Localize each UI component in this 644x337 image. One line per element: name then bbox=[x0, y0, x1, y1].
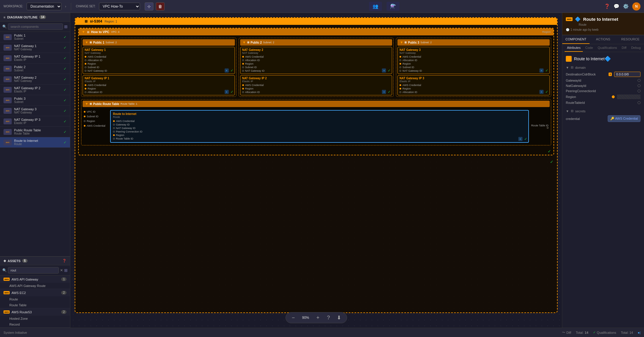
assets-help-icon[interactable]: ❓ bbox=[62, 259, 66, 263]
check-icon: ✓ bbox=[64, 109, 66, 113]
asset-group-ec2-header[interactable]: aws AWS EC2 2 bbox=[0, 289, 70, 296]
rp-subtab-debug[interactable]: Debug bbox=[629, 44, 643, 52]
route-region: Region bbox=[113, 133, 526, 137]
settings-icon[interactable]: ⚙️ bbox=[623, 4, 629, 9]
route-icon: aws bbox=[4, 140, 12, 145]
outline-item-text: Public Route Table Route Table bbox=[14, 128, 61, 135]
rp-tab-resource[interactable]: RESOURCE bbox=[617, 35, 644, 44]
outline-item-natgw3[interactable]: aws NAT Gateway 3 NAT Gateway ✓ bbox=[0, 106, 70, 116]
outline-item-text: Public 2 Subnet bbox=[14, 65, 61, 72]
outline-search-input[interactable] bbox=[8, 23, 63, 30]
group-count: 2 bbox=[61, 310, 66, 314]
outline-item-public3[interactable]: aws Public 3 Subnet ✓ bbox=[0, 95, 70, 106]
natip1-box[interactable]: NAT Gateway IP 1 Elastic IP AWS Credenti… bbox=[83, 75, 235, 95]
outline-item-public2[interactable]: aws Public 2 Subnet ✓ bbox=[0, 63, 70, 74]
natgw3-natid: NAT Gateway ID bbox=[399, 69, 548, 73]
asset-group-apigateway-header[interactable]: aws AWS API Gateway 1 bbox=[0, 276, 70, 283]
wave-icon: 〜 bbox=[562, 330, 565, 335]
right-panel: aws 🔷 Route to Internet Route 🕐 1 minute… bbox=[562, 13, 644, 328]
si-container: ▼ ⊞ si-S304 Region: 1 ▼ ⊞ How to VPC VPC… bbox=[75, 17, 558, 313]
subnet2-collapse[interactable]: ▼ bbox=[242, 40, 246, 44]
elasticip-icon: aws bbox=[4, 118, 12, 124]
rp-subtab-diff[interactable]: Diff bbox=[619, 44, 629, 52]
natgw3-box[interactable]: NAT Gateway 3 NAT Gateway AWS Credential… bbox=[397, 47, 550, 74]
assets-search-input[interactable] bbox=[8, 267, 59, 274]
natgw1-natid: NAT Gateway ID bbox=[85, 69, 233, 73]
rp-subtab-qualifications[interactable]: Qualifications bbox=[595, 44, 619, 52]
outline-item-natip3[interactable]: aws NAT Gateway IP 3 Elastic IP ✓ bbox=[0, 116, 70, 127]
natip2-box[interactable]: NAT Gateway IP 2 Elastic IP AWS Credenti… bbox=[240, 75, 392, 95]
assets-filter-icon[interactable]: ⊞ bbox=[64, 268, 68, 273]
route-natgwid: NAT Gateway ID bbox=[113, 126, 526, 130]
zoom-in-btn[interactable]: + bbox=[314, 314, 322, 322]
item-name: NAT Gateway 3 bbox=[14, 107, 61, 111]
outline-item-text: NAT Gateway 2 NAT Gateway bbox=[14, 76, 61, 82]
natip1-subtitle: Elastic IP bbox=[85, 80, 233, 83]
rp-tab-component[interactable]: COMPONENT bbox=[562, 35, 590, 44]
help-icon[interactable]: ❓ bbox=[604, 4, 610, 9]
diff-label: 〜 Diff bbox=[562, 330, 571, 335]
assets-clear-icon[interactable]: ✕ bbox=[60, 268, 63, 272]
outline-item-natip1[interactable]: aws NAT Gateway IP 1 Elastic IP ✓ bbox=[0, 53, 70, 63]
workspace-label: WORKSPACE: bbox=[4, 5, 23, 8]
item-type: Subnet bbox=[14, 100, 61, 104]
main-layout: ≡ DIAGRAM OUTLINE 14 🔍 ⊞ aws Public 1 Su… bbox=[0, 13, 644, 328]
si-collapse-btn[interactable]: ▼ bbox=[79, 19, 82, 23]
route-check-icon: ✓ bbox=[524, 137, 527, 141]
vpc-container: ▼ ⊞ How to VPC VPC: 4 Region ▼ ⊞ Public … bbox=[78, 28, 554, 155]
natip3-cred: AWS Credential bbox=[399, 83, 548, 87]
timestamp-text: 1 minute ago by keeb bbox=[570, 28, 599, 31]
route-internet-box[interactable]: Route to Internet Route AWS Credential G… bbox=[110, 110, 529, 143]
elasticip-icon: aws bbox=[4, 87, 12, 93]
asset-item-hostedzone[interactable]: Hosted Zone bbox=[0, 316, 70, 321]
subnet1-collapse[interactable]: ▼ bbox=[85, 40, 88, 44]
natip3-box[interactable]: NAT Gateway IP 3 Elastic IP AWS Credenti… bbox=[397, 75, 550, 95]
outline-item-text: NAT Gateway IP 3 Elastic IP bbox=[14, 118, 61, 125]
filter-icon[interactable]: ⊞ bbox=[64, 24, 68, 29]
subnet-icon: aws bbox=[4, 97, 12, 103]
natgw2-add-icon: + bbox=[382, 68, 386, 73]
check-icon: ✓ bbox=[64, 46, 66, 50]
outline-item-routetable[interactable]: aws Public Route Table Route Table ✓ bbox=[0, 127, 70, 137]
help-canvas-btn[interactable]: ? bbox=[324, 314, 333, 322]
natgw3-check-icon: ✓ bbox=[545, 68, 548, 73]
avatar[interactable]: N bbox=[632, 2, 640, 11]
natgw3-add-icon: + bbox=[539, 68, 544, 73]
rp-subtab-attributes[interactable]: Attributes bbox=[565, 44, 583, 52]
outline-item-public1[interactable]: aws Public 1 Subnet ✓ bbox=[0, 32, 70, 42]
rp-tab-actions[interactable]: ACTIONS bbox=[590, 35, 617, 44]
outline-item-natgw2[interactable]: aws NAT Gateway 2 NAT Gateway ✓ bbox=[0, 74, 70, 85]
download-btn[interactable]: ⬇ bbox=[335, 314, 343, 322]
natgw2-check-icon: ✓ bbox=[388, 68, 391, 73]
cidr-input[interactable] bbox=[614, 72, 640, 77]
asset-item-route[interactable]: Route bbox=[0, 296, 70, 302]
flask-center-btn[interactable]: ⚗️ bbox=[387, 2, 399, 11]
changeset-select[interactable]: VPC How-To bbox=[99, 3, 140, 10]
outline-item-text: Public 1 Subnet bbox=[14, 34, 61, 40]
vpc-collapse-btn[interactable]: ▼ bbox=[82, 30, 85, 34]
zoom-out-btn[interactable]: − bbox=[289, 314, 298, 322]
delete-tool-btn[interactable]: 🗑 bbox=[156, 2, 165, 11]
canvas-area[interactable]: ▼ ⊞ si-S304 Region: 1 ▼ ⊞ How to VPC VPC… bbox=[70, 13, 562, 328]
natgw1-box[interactable]: NAT Gateway 1 NAT Gateway AWS Credential… bbox=[83, 47, 235, 74]
outline-item-natgw1[interactable]: aws NAT Gateway 1 NAT Gateway ✓ bbox=[0, 42, 70, 53]
outline-item-route[interactable]: aws Route to Internet Route ✓ bbox=[0, 137, 70, 148]
users-center-btn[interactable]: 👥 bbox=[369, 2, 382, 11]
rp-subtab-code[interactable]: Code bbox=[583, 44, 595, 52]
discord-icon[interactable]: 💬 bbox=[614, 4, 619, 9]
select-tool-btn[interactable]: ⊹ bbox=[145, 2, 153, 11]
asset-item-routetable[interactable]: Route Table bbox=[0, 302, 70, 308]
natgw2-box[interactable]: NAT Gateway 2 NAT Gateway AWS Credential… bbox=[240, 47, 392, 74]
subnet3-collapse[interactable]: ▼ bbox=[400, 40, 403, 44]
item-name: Route to Internet bbox=[14, 139, 61, 142]
asset-item-record[interactable]: Record bbox=[0, 321, 70, 327]
asset-group-route53-header[interactable]: aws AWS Route53 2 bbox=[0, 308, 70, 316]
item-type: Subnet bbox=[14, 37, 61, 40]
outline-item-text: NAT Gateway IP 2 Elastic IP bbox=[14, 86, 61, 93]
outline-item-text: Public 3 Subnet bbox=[14, 97, 61, 104]
workspace-select[interactable]: Documentation bbox=[27, 3, 62, 10]
asset-item-apigateway-route[interactable]: AWS API Gateway Route bbox=[0, 283, 70, 289]
rt-collapse[interactable]: ▼ bbox=[85, 102, 88, 106]
natgw2-alloc: Allocation ID bbox=[242, 59, 390, 62]
outline-item-natip2[interactable]: aws NAT Gateway IP 2 Elastic IP ✓ bbox=[0, 85, 70, 95]
